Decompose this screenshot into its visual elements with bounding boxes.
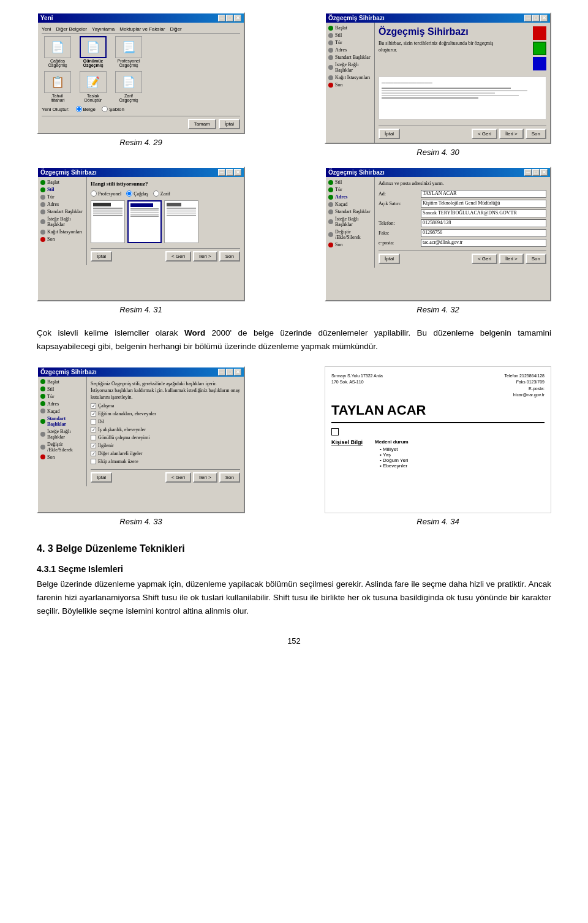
ss31-minimize-btn[interactable]: ─: [218, 169, 225, 176]
ss29-menu-dosya[interactable]: Yeni: [42, 26, 51, 32]
ss32-title: Özgeçmiş Sihirbazı: [328, 169, 385, 176]
ss33-cb-calisma: Çalışma: [91, 403, 240, 409]
ss30-dot-istege: [328, 65, 333, 70]
ss31-ileri-btn[interactable]: İleri >: [193, 251, 217, 262]
ss30-sq-blue: [533, 57, 546, 70]
ss33-minimize-btn[interactable]: ─: [218, 369, 225, 375]
ss33-ileri-btn[interactable]: İleri >: [193, 472, 217, 483]
ss32-label-ad: Ad:: [379, 191, 418, 197]
ss29-menu-yayinlama[interactable]: Yayınlama: [92, 26, 115, 32]
ss30-dot-adres: [328, 48, 333, 53]
ss29-menu-mektup[interactable]: Mektuplar ve Fakslar: [119, 26, 165, 32]
ss33-cb-aliskanlik-box[interactable]: [91, 427, 96, 432]
ss33-bottom-bar: İptal < Geri İleri > Son: [91, 469, 240, 483]
ss32-form-acik1: Açık Satırı: Kişitim Teknolojileri Genel…: [379, 200, 546, 208]
ss33-maximize-btn[interactable]: □: [226, 369, 233, 375]
ss33-cb-calisma-box[interactable]: [91, 403, 96, 409]
ss30-dot-standart: [328, 55, 333, 60]
ss32-input-telefon[interactable]: 01258694/128: [421, 219, 546, 227]
ss32-input-eposta[interactable]: tac.acr@dlink.gov.tr: [421, 239, 546, 247]
ss32-input-acik1[interactable]: Kişitim Teknolojileri Genel Müdürlüğü: [421, 200, 546, 208]
ss30-iptal-btn[interactable]: İptal: [379, 129, 400, 139]
ss34-email-label: E-posta:: [505, 386, 545, 393]
ss33-cb-aliskanlik: İş alışkanlık, ebeveynler: [91, 427, 240, 432]
ss32-close-btn[interactable]: ✕: [540, 169, 548, 176]
ss31-wizard-left: Başlat Stil Tür Adres Standart Başlıklar…: [38, 177, 87, 265]
ss32-wizard-right: Adınızı ve posta adresinizi yazın. Ad: T…: [375, 177, 550, 268]
main-paragraph: Belge üzerinde düzenleme yapmak için, dü…: [37, 578, 551, 619]
ss31-titlebar-buttons: ─ □ ✕: [218, 169, 241, 176]
ss33-cb-gonullu-box[interactable]: [91, 435, 96, 440]
ss33-cb-bos-box[interactable]: [91, 459, 96, 464]
ss32-ileri-btn[interactable]: İleri >: [499, 254, 524, 264]
ss33-titlebar: Özgeçmiş Sihirbazı ─ □ ✕: [38, 367, 244, 377]
ss30-dot-baslat: [328, 26, 333, 31]
ss32-maximize-btn[interactable]: □: [532, 169, 540, 176]
ss33-close-btn[interactable]: ✕: [234, 369, 241, 375]
ss29-iptal-btn[interactable]: İptal: [219, 119, 240, 129]
ss31-son-btn[interactable]: Son: [219, 251, 240, 262]
ss31-geri-btn[interactable]: < Geri: [165, 251, 191, 262]
ss32-input-faks[interactable]: 01298756: [421, 229, 546, 237]
ss32-minimize-btn[interactable]: ─: [524, 169, 532, 176]
ss32-wizard-left: Stil Tür Adres Kaçad Standart Başlıklar …: [326, 177, 375, 268]
ss29-title: Yeni: [40, 15, 53, 21]
ss33-cb-dil-box[interactable]: [91, 419, 96, 424]
ss30-wizard-left: Başlat Stil Tür Adres: [326, 23, 375, 143]
ss32-label-faks: Faks:: [379, 230, 418, 236]
ss32-iptal-btn[interactable]: İptal: [379, 254, 400, 264]
ss31-close-btn[interactable]: ✕: [234, 169, 241, 176]
ss31-nav-buttons: < Geri İleri > Son: [165, 251, 240, 262]
ss29-maximize-btn[interactable]: □: [226, 15, 233, 21]
ss29-icon-cagdas: ÇağdaşÖzgeçmiş: [48, 59, 67, 67]
ss31-radio-zarif[interactable]: Zarif: [153, 190, 170, 197]
ss34-section-label: Kişisel Bilgi: [331, 439, 363, 469]
ss29-caption: Resim 4. 29: [119, 138, 162, 147]
screenshot-33-block: Özgeçmiş Sihirbazı ─ □ ✕ Başlat Stil Tür…: [37, 366, 245, 526]
ss34-fields: Medeni durum • Milliyet • Yaş • Doğum Ye…: [375, 439, 409, 469]
ss29-close-btn[interactable]: ✕: [234, 15, 241, 21]
ss34-header: Sırmayı S.Yolu 17322 Arda 170 Sok. AS-11…: [331, 373, 545, 399]
ss29-minimize-btn[interactable]: ─: [218, 15, 225, 21]
ss32-bottom-bar: İptal < Geri İleri > Son: [379, 251, 546, 264]
ss29-menu-diger2[interactable]: Diğer: [170, 26, 181, 32]
ss34-medeni-label: Medeni durum: [375, 439, 409, 445]
ss33-cb-ilgiler-box[interactable]: [91, 443, 96, 448]
ss29-radio-belge[interactable]: Belge: [76, 106, 96, 112]
ss33-cb-dil: Dil: [91, 419, 240, 424]
ss31-iptal-btn[interactable]: İptal: [91, 251, 112, 262]
ss33-iptal-btn[interactable]: İptal: [91, 472, 112, 483]
ss32-input-ad[interactable]: TAYLAN ACAR: [421, 190, 546, 198]
ss30-maximize-btn[interactable]: □: [532, 15, 540, 21]
ss32-input-acik2[interactable]: Sancak TERYİBOĞLU.ACAR@DNS.GOV.TR: [421, 209, 546, 217]
ss33-cb-egitim-box[interactable]: [91, 411, 96, 416]
ss30-geri-btn[interactable]: < Geri: [472, 129, 497, 139]
ss32-form-telefon: Telefon: 01258694/128: [379, 219, 546, 227]
ss30-wizard-item-istege: İsteğe Bağlı Başlıklar: [328, 62, 372, 73]
screenshot-31-block: Özgeçmiş Sihirbazı ─ □ ✕ Başlat Stil Tür…: [37, 167, 245, 314]
ss30-description: Bu sihirbaz, sizin tercihleriniz doğrult…: [379, 40, 501, 53]
ss33-checkboxes: Çalışma Eğitim olanakları, ebeveynler Di…: [91, 403, 240, 465]
ss33-son-btn[interactable]: Son: [219, 472, 240, 483]
ss33-cb-diger-box[interactable]: [91, 451, 96, 456]
ss34-milliyet: • Milliyet: [380, 446, 409, 452]
ss30-close-btn[interactable]: ✕: [540, 15, 548, 21]
ss31-bottom-bar: İptal < Geri İleri > Son: [91, 248, 240, 262]
ss29-icon-tahvil: Tahvilİtitahari: [51, 94, 65, 102]
ss32-son-btn[interactable]: Son: [526, 254, 546, 264]
ss29-tamam-btn[interactable]: Tamam: [188, 119, 216, 129]
ss33-geri-btn[interactable]: < Geri: [165, 472, 191, 483]
ss29-menu-diger[interactable]: Diğer Belgeler: [56, 26, 87, 32]
ss30-minimize-btn[interactable]: ─: [524, 15, 532, 21]
ss31-maximize-btn[interactable]: □: [226, 169, 233, 176]
ss29-radio-sablon[interactable]: Şablon: [102, 106, 124, 112]
ss32-geri-btn[interactable]: < Geri: [472, 254, 497, 264]
ss31-radio-cagdas[interactable]: Çağdaş: [126, 190, 148, 197]
ss34-contact-left: Sırmayı S.Yolu 17322 Arda 170 Sok. AS-11…: [331, 373, 383, 386]
ss30-son-btn[interactable]: Son: [526, 129, 546, 139]
ss31-radio-profesyonel[interactable]: Profesyonel: [91, 190, 121, 197]
ss31-titlebar: Özgeçmiş Sihirbazı ─ □ ✕: [38, 168, 244, 177]
ss30-sq-red: [533, 26, 546, 40]
ss30-ileri-btn[interactable]: İleri >: [499, 129, 524, 139]
ss30-titlebar-buttons: ─ □ ✕: [524, 15, 548, 21]
